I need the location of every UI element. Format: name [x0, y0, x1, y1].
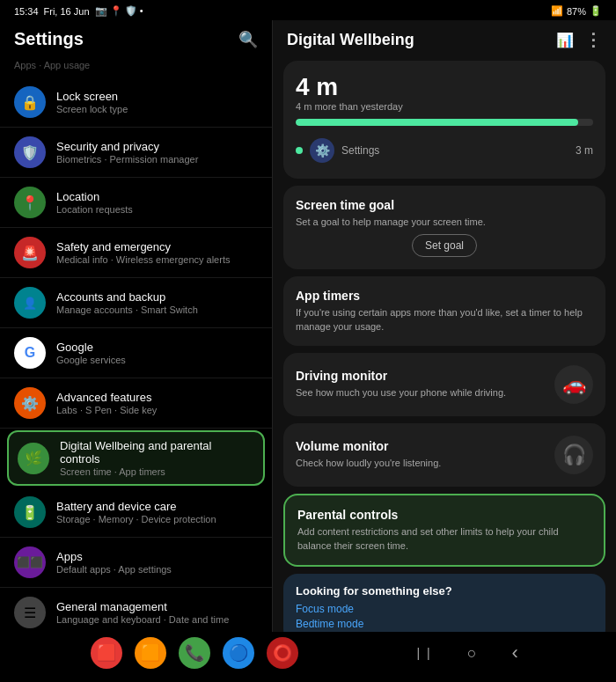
advanced-sub: Labs · S Pen · Side key	[56, 405, 258, 415]
app-usage-name: Settings	[341, 144, 379, 157]
location-sub: Location requests	[56, 204, 258, 215]
app-timers-title: App timers	[296, 289, 593, 303]
wellbeing-content: 4 m 4 m more than yesterday ⚙️ Settings …	[273, 55, 616, 632]
apps-icon: ⬛⬛	[14, 546, 46, 578]
wellbeing-panel: Digital Wellbeing 📊 ⋮ 4 m 4 m more than …	[273, 20, 616, 632]
google-label: Google	[56, 341, 258, 354]
battery-sub: Storage · Memory · Device protection	[56, 514, 258, 524]
wellbeing-label: Digital Wellbeing and parental controls	[60, 439, 254, 466]
driving-monitor-desc: See how much you use your phone while dr…	[296, 386, 506, 400]
safety-label: Safety and emergency	[56, 240, 258, 253]
app-timers-desc: If you're using certain apps more than y…	[296, 306, 593, 334]
accounts-sub: Manage accounts · Smart Switch	[56, 304, 258, 315]
wellbeing-header: Digital Wellbeing 📊 ⋮	[273, 20, 616, 55]
volume-monitor-title: Volume monitor	[296, 439, 441, 453]
dock-app-4[interactable]: ⭕	[267, 637, 298, 669]
screen-time-title: Screen time goal	[296, 198, 593, 212]
general-sub: Language and keyboard · Date and time	[56, 614, 258, 625]
usage-time: 4 m	[296, 73, 593, 101]
usage-card: 4 m 4 m more than yesterday ⚙️ Settings …	[283, 61, 605, 179]
settings-header: Settings 🔍	[0, 20, 272, 56]
volume-monitor-card[interactable]: Volume monitor Check how loudly you're l…	[283, 423, 605, 487]
settings-app-icon: ⚙️	[310, 138, 334, 163]
screen-time-goal-card[interactable]: Screen time goal Set a goal to help mana…	[283, 186, 605, 269]
sidebar-item-lock-screen[interactable]: 🔒 Lock screen Screen lock type	[0, 77, 272, 128]
parental-controls-desc: Add content restrictions and set other l…	[297, 525, 591, 553]
security-icon: 🛡️	[14, 136, 46, 168]
wellbeing-sub: Screen time · App timers	[60, 466, 254, 477]
advanced-icon: ⚙️	[14, 387, 46, 419]
dock-app-1[interactable]: 🟥	[91, 637, 122, 669]
usage-bar-fill	[296, 119, 578, 126]
sidebar-item-battery[interactable]: 🔋 Battery and device care Storage · Memo…	[0, 488, 272, 538]
sidebar-item-google[interactable]: G Google Google services	[0, 328, 272, 378]
advanced-label: Advanced features	[56, 391, 258, 404]
nav-buttons: | | ○ ‹	[409, 634, 524, 671]
volume-monitor-desc: Check how loudly you're listening.	[296, 457, 441, 470]
status-time: 15:34	[14, 6, 39, 17]
dock-app-2[interactable]: 🟧	[135, 637, 166, 669]
app-usage-row[interactable]: ⚙️ Settings 3 m	[296, 135, 593, 166]
home-button[interactable]: ○	[460, 637, 484, 670]
google-sub: Google services	[56, 355, 258, 365]
parental-controls-card[interactable]: Parental controls Add content restrictio…	[283, 494, 605, 567]
sidebar-item-advanced[interactable]: ⚙️ Advanced features Labs · S Pen · Side…	[0, 378, 272, 429]
usage-bar	[296, 119, 593, 126]
looking-card: Looking for something else? Focus mode B…	[283, 574, 605, 632]
driving-icon: 🚗	[554, 365, 593, 404]
settings-title: Settings	[14, 29, 84, 49]
volume-icon: 🎧	[554, 436, 593, 474]
focus-mode-link[interactable]: Focus mode	[296, 603, 593, 615]
status-bar: 15:34 Fri, 16 Jun 📷 📍 🛡️ • 📶 87% 🔋	[0, 0, 616, 20]
apps-sub: Default apps · App settings	[56, 564, 258, 575]
sidebar-item-apps[interactable]: ⬛⬛ Apps Default apps · App settings	[0, 538, 272, 588]
bedtime-mode-link[interactable]: Bedtime mode	[296, 618, 593, 630]
status-left: 15:34 Fri, 16 Jun 📷 📍 🛡️ •	[14, 5, 143, 17]
app-usage-time: 3 m	[576, 144, 593, 157]
battery-label: Battery and device care	[56, 500, 258, 513]
wellbeing-panel-title: Digital Wellbeing	[287, 31, 414, 49]
lock-screen-icon: 🔒	[14, 86, 46, 118]
battery-level: 87%	[567, 6, 586, 17]
sidebar-item-security[interactable]: 🛡️ Security and privacy Biometrics · Per…	[0, 128, 272, 178]
sidebar-item-safety[interactable]: 🚨 Safety and emergency Medical info · Wi…	[0, 228, 272, 278]
signal-icon: 📶	[551, 5, 563, 17]
app-dock: 🟥 🟧 📞 🔵 ⭕	[91, 637, 298, 669]
usage-sub: 4 m more than yesterday	[296, 101, 593, 112]
app-timers-card[interactable]: App timers If you're using certain apps …	[283, 276, 605, 346]
search-icon[interactable]: 🔍	[238, 30, 258, 49]
sidebar-item-general[interactable]: ☰ General management Language and keyboa…	[0, 588, 272, 632]
looking-title: Looking for something else?	[296, 584, 593, 598]
stats-icon[interactable]: 📊	[556, 32, 574, 48]
safety-icon: 🚨	[14, 237, 46, 268]
lock-screen-sub: Screen lock type	[56, 104, 258, 114]
sidebar-item-location[interactable]: 📍 Location Location requests	[0, 178, 272, 228]
recent-apps-button[interactable]: | |	[409, 639, 438, 667]
dock-phone[interactable]: 📞	[179, 637, 210, 669]
dock-app-3[interactable]: 🔵	[223, 637, 254, 669]
bottom-nav: 🟥 🟧 📞 🔵 ⭕ | | ○ ‹	[0, 632, 616, 674]
sidebar-item-wellbeing[interactable]: 🌿 Digital Wellbeing and parental control…	[7, 430, 265, 486]
battery-icon: 🔋	[590, 5, 602, 17]
driving-monitor-card[interactable]: Driving monitor See how much you use you…	[283, 353, 605, 416]
status-date: Fri, 16 Jun	[44, 6, 90, 17]
status-icons: 📷 📍 🛡️ •	[95, 5, 143, 17]
back-button[interactable]: ‹	[505, 634, 525, 671]
wellbeing-icon: 🌿	[18, 443, 49, 474]
main-layout: Settings 🔍 Apps · App usage 🔒 Lock scree…	[0, 20, 616, 632]
accounts-icon: 👤	[14, 287, 46, 319]
parental-controls-title: Parental controls	[297, 508, 591, 522]
wellbeing-header-icons: 📊 ⋮	[556, 29, 602, 50]
general-icon: ☰	[14, 597, 46, 628]
location-icon: 📍	[14, 187, 46, 218]
safety-sub: Medical info · Wireless emergency alerts	[56, 254, 258, 265]
security-label: Security and privacy	[56, 140, 258, 153]
google-icon: G	[14, 337, 46, 369]
sidebar-item-accounts[interactable]: 👤 Accounts and backup Manage accounts · …	[0, 278, 272, 328]
lock-screen-label: Lock screen	[56, 90, 258, 103]
more-options-icon[interactable]: ⋮	[584, 29, 602, 50]
battery-care-icon: 🔋	[14, 496, 46, 528]
location-label: Location	[56, 190, 258, 203]
accounts-label: Accounts and backup	[56, 290, 258, 304]
set-goal-button[interactable]: Set goal	[412, 234, 477, 257]
